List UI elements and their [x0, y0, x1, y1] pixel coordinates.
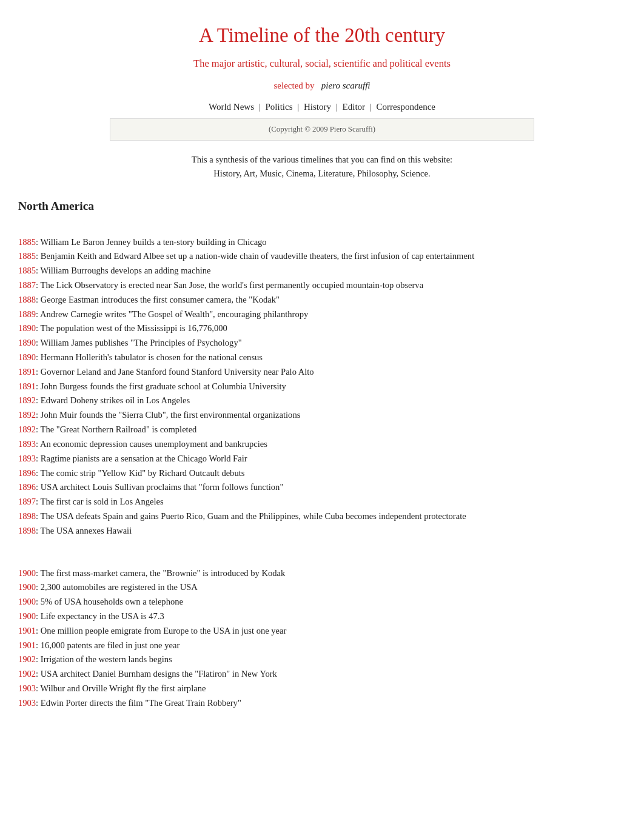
- list-item: 1901: One million people emigrate from E…: [18, 625, 626, 638]
- section-north-america: North America 1885: William Le Baron Jen…: [18, 200, 626, 710]
- year: 1887: [18, 280, 36, 290]
- event-text: Hermann Hollerith's tabulator is chosen …: [41, 352, 263, 362]
- intro-text: This a synthesis of the various timeline…: [95, 153, 549, 181]
- list-item: 1885: Benjamin Keith and Edward Albee se…: [18, 250, 626, 263]
- list-item: 1900: Life expectancy in the USA is 47.3: [18, 610, 626, 623]
- list-item: 1902: Irrigation of the western lands be…: [18, 653, 626, 666]
- event-group-1: 1885: William Le Baron Jenney builds a t…: [18, 236, 626, 538]
- list-item: 1903: Edwin Porter directs the film "The…: [18, 697, 626, 710]
- event-text: Edwin Porter directs the film "The Great…: [41, 698, 241, 708]
- year: 1892: [18, 395, 36, 405]
- year: 1903: [18, 698, 36, 708]
- year: 1891: [18, 381, 36, 391]
- list-item: 1898: The USA defeats Spain and gains Pu…: [18, 510, 626, 523]
- event-text: 16,000 patents are filed in just one yea…: [41, 640, 179, 650]
- intro-line1: This a synthesis of the various timeline…: [192, 155, 452, 164]
- year: 1892: [18, 424, 36, 434]
- event-text: The USA annexes Hawaii: [41, 526, 132, 535]
- nav-correspondence[interactable]: Correspondence: [377, 102, 435, 112]
- year: 1902: [18, 654, 36, 664]
- event-text: Ragtime pianists are a sensation at the …: [41, 454, 247, 463]
- list-item: 1902: USA architect Daniel Burnham desig…: [18, 668, 626, 681]
- list-item: 1890: William James publishes "The Princ…: [18, 337, 626, 350]
- list-item: 1889: Andrew Carnegie writes "The Gospel…: [18, 308, 626, 321]
- event-text: The population west of the Mississippi i…: [41, 323, 227, 333]
- event-text: Edward Doheny strikes oil in Los Angeles: [41, 395, 190, 405]
- event-text: Benjamin Keith and Edward Albee set up a…: [41, 251, 474, 261]
- list-item: 1885: William Le Baron Jenney builds a t…: [18, 236, 626, 249]
- year: 1893: [18, 454, 36, 463]
- nav-politics[interactable]: Politics: [266, 102, 293, 112]
- spacer-1: [18, 225, 626, 236]
- event-text: The first mass-market camera, the "Brown…: [41, 568, 286, 578]
- year: 1889: [18, 309, 36, 319]
- event-text: The first car is sold in Los Angeles: [41, 497, 164, 506]
- event-text: John Burgess founds the first graduate s…: [41, 381, 286, 391]
- year: 1903: [18, 683, 36, 693]
- event-text: Life expectancy in the USA is 47.3: [41, 611, 164, 621]
- list-item: 1890: The population west of the Mississ…: [18, 322, 626, 335]
- event-text: One million people emigrate from Europe …: [41, 626, 287, 635]
- list-item: 1890: Hermann Hollerith's tabulator is c…: [18, 351, 626, 364]
- list-item: 1888: George Eastman introduces the firs…: [18, 293, 626, 307]
- year: 1890: [18, 338, 36, 347]
- author-name: piero scaruffi: [321, 81, 371, 90]
- event-text: 5% of USA households own a telephone: [41, 597, 183, 606]
- year: 1900: [18, 611, 36, 621]
- event-text: William Burroughs develops an adding mac…: [41, 266, 211, 275]
- event-text: The USA defeats Spain and gains Puerto R…: [41, 511, 466, 521]
- year: 1896: [18, 468, 36, 478]
- year: 1892: [18, 410, 36, 420]
- year: 1891: [18, 367, 36, 377]
- nav-sep-2: |: [297, 102, 299, 112]
- event-text: USA architect Louis Sullivan proclaims t…: [41, 482, 284, 492]
- event-text: An economic depression causes unemployme…: [40, 439, 267, 449]
- year: 1898: [18, 511, 36, 521]
- list-item: 1897: The first car is sold in Los Angel…: [18, 495, 626, 509]
- event-text: Andrew Carnegie writes "The Gospel of We…: [40, 309, 308, 319]
- event-text: Wilbur and Orville Wright fly the first …: [41, 683, 206, 693]
- nav-world-news[interactable]: World News: [209, 102, 254, 112]
- list-item: 1892: John Muir founds the "Sierra Club"…: [18, 409, 626, 422]
- list-item: 1900: 2,300 automobiles are registered i…: [18, 581, 626, 594]
- list-item: 1892: The "Great Northern Railroad" is c…: [18, 423, 626, 437]
- year: 1897: [18, 497, 36, 506]
- year: 1896: [18, 482, 36, 492]
- nav-history[interactable]: History: [304, 102, 331, 112]
- year: 1893: [18, 439, 36, 449]
- intro-line2: History, Art, Music, Cinema, Literature,…: [213, 169, 430, 178]
- event-text: William James publishes "The Principles …: [41, 338, 242, 347]
- selected-label: selected by: [273, 81, 314, 90]
- event-text: George Eastman introduces the first cons…: [41, 295, 280, 304]
- selected-by-line: selected by piero scaruffi: [18, 81, 626, 91]
- page-title: A Timeline of the 20th century: [18, 24, 626, 47]
- copyright-text: (Copyright © 2009 Piero Scaruffi): [269, 125, 375, 133]
- year: 1901: [18, 640, 36, 650]
- list-item: 1896: USA architect Louis Sullivan procl…: [18, 481, 626, 494]
- list-item: 1891: John Burgess founds the first grad…: [18, 380, 626, 394]
- nav-sep-1: |: [259, 102, 261, 112]
- list-item: 1901: 16,000 patents are filed in just o…: [18, 639, 626, 652]
- year: 1901: [18, 626, 36, 635]
- list-item: 1885: William Burroughs develops an addi…: [18, 264, 626, 278]
- list-item: 1900: The first mass-market camera, the …: [18, 567, 626, 580]
- event-text: William Le Baron Jenney builds a ten-sto…: [41, 237, 267, 247]
- list-item: 1887: The Lick Observatory is erected ne…: [18, 279, 626, 292]
- list-item: 1891: Governor Leland and Jane Stanford …: [18, 366, 626, 379]
- spacer-2: [18, 556, 626, 567]
- event-text: Irrigation of the western lands begins: [41, 654, 172, 664]
- event-text: The "Great Northern Railroad" is complet…: [41, 424, 197, 434]
- nav-editor[interactable]: Editor: [343, 102, 366, 112]
- list-item: 1898: The USA annexes Hawaii: [18, 525, 626, 538]
- year: 1885: [18, 237, 36, 247]
- section-heading-north-america: North America: [18, 200, 626, 213]
- year: 1890: [18, 323, 36, 333]
- event-text: USA architect Daniel Burnham designs the…: [41, 669, 277, 679]
- year: 1902: [18, 669, 36, 679]
- copyright-box: (Copyright © 2009 Piero Scaruffi): [110, 118, 534, 141]
- year: 1888: [18, 295, 36, 304]
- event-text: 2,300 automobiles are registered in the …: [41, 582, 198, 592]
- year: 1898: [18, 526, 36, 535]
- event-group-2: 1900: The first mass-market camera, the …: [18, 567, 626, 710]
- event-text: Governor Leland and Jane Stanford found …: [41, 367, 314, 377]
